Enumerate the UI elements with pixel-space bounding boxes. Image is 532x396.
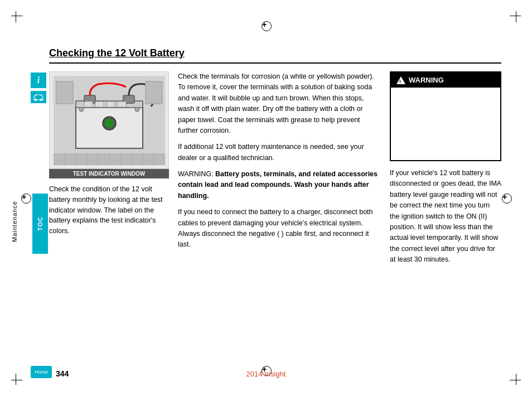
warning-prefix: WARNING: xyxy=(178,170,215,178)
svg-point-8 xyxy=(105,119,114,128)
svg-point-11 xyxy=(79,107,84,112)
page-title: Checking the 12 Volt Battery xyxy=(49,47,501,64)
left-sidebar: i TOC Maintenance Home xyxy=(0,0,50,396)
page-number: 344 xyxy=(56,369,69,378)
svg-rect-9 xyxy=(56,81,73,104)
maintenance-label: Maintenance xyxy=(11,201,18,242)
warning-title: WARNING xyxy=(409,76,444,84)
corner-mark-tr xyxy=(504,11,521,28)
home-box[interactable]: Home xyxy=(31,366,52,378)
svg-rect-10 xyxy=(146,81,162,104)
svg-rect-16 xyxy=(118,102,126,107)
car-icon-box[interactable] xyxy=(31,91,46,103)
middle-column: Check the terminals for corrosion (a whi… xyxy=(178,71,381,265)
reg-mark-top xyxy=(262,21,270,30)
svg-point-0 xyxy=(35,99,37,101)
right-column-text: If your vehicle's 12 volt battery is dis… xyxy=(390,168,501,265)
right-column: WARNING If your vehicle's 12 volt batter… xyxy=(390,71,501,265)
corner-mark-br xyxy=(504,368,521,385)
warning-triangle-icon xyxy=(396,76,405,84)
middle-para-4: If you need to connect the battery to a … xyxy=(178,207,381,250)
svg-rect-15 xyxy=(107,102,115,107)
svg-rect-13 xyxy=(84,102,93,107)
home-label: Home xyxy=(35,369,48,375)
battery-diagram xyxy=(54,76,165,165)
battery-image xyxy=(49,71,169,169)
toc-label: TOC xyxy=(37,216,43,231)
test-indicator-label: TEST INDICATOR WINDOW xyxy=(49,169,169,178)
svg-point-12 xyxy=(135,107,139,112)
main-content: Checking the 12 Volt Battery xyxy=(49,47,501,365)
content-columns: TEST INDICATOR WINDOW Check the conditio… xyxy=(49,71,501,265)
left-column: TEST INDICATOR WINDOW Check the conditio… xyxy=(49,71,169,265)
footer-title: 2014 Insight xyxy=(246,370,286,378)
middle-para-2: If additional 12 volt battery maintenanc… xyxy=(178,142,381,163)
svg-rect-14 xyxy=(95,102,104,107)
reg-mark-right xyxy=(502,194,511,202)
svg-point-1 xyxy=(40,99,42,101)
toc-box[interactable]: TOC xyxy=(32,194,48,254)
middle-para-3: WARNING: Battery posts, terminals, and r… xyxy=(178,169,381,201)
info-icon: i xyxy=(37,75,40,85)
info-icon-box[interactable]: i xyxy=(31,73,46,88)
left-column-text: Check the condition of the 12 volt batte… xyxy=(49,184,169,236)
car-icon xyxy=(32,93,45,102)
middle-para-1: Check the terminals for corrosion (a whi… xyxy=(178,71,381,136)
warning-box: WARNING xyxy=(390,71,501,161)
warning-header: WARNING xyxy=(391,73,500,88)
warning-content xyxy=(391,88,500,160)
